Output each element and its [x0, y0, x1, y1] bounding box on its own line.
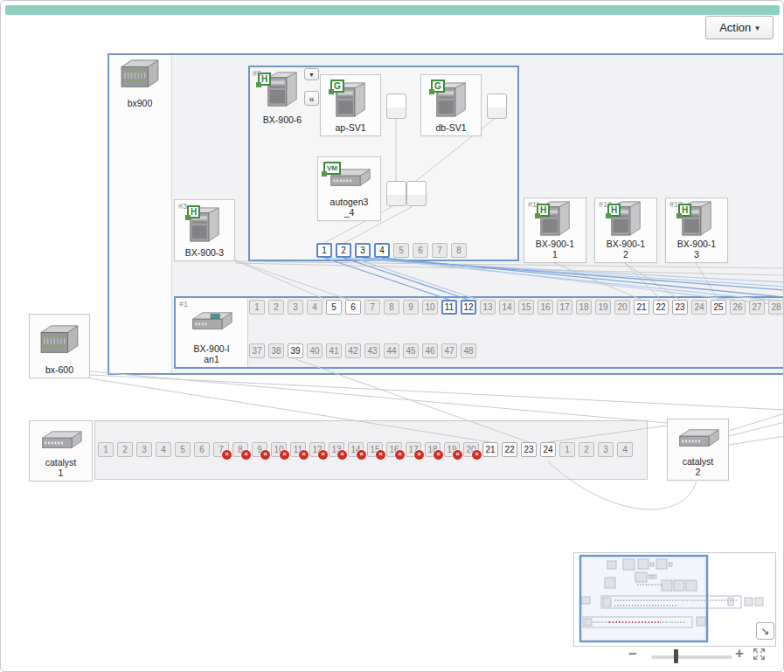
- port-1[interactable]: 1: [559, 442, 575, 457]
- port-3[interactable]: 3: [136, 442, 152, 457]
- port-27[interactable]: 27: [749, 300, 765, 315]
- zoom-slider[interactable]: [651, 655, 732, 659]
- port-5[interactable]: 5: [175, 442, 191, 457]
- device-bx-900-1-3[interactable]: #13 H BX-900-1 3: [665, 197, 728, 263]
- port-9[interactable]: 9: [403, 300, 419, 315]
- port-44[interactable]: 44: [384, 343, 399, 358]
- port-6[interactable]: 6: [194, 442, 210, 457]
- port-2[interactable]: 2: [579, 442, 594, 457]
- port-24[interactable]: 24: [691, 300, 707, 315]
- port-9[interactable]: 9×: [252, 442, 267, 457]
- vswitch-port-stub-1[interactable]: [386, 181, 406, 206]
- device-catalyst-2[interactable]: catalyst 2: [667, 419, 729, 481]
- port-4[interactable]: 4: [156, 442, 171, 457]
- port-1[interactable]: 1: [316, 243, 332, 258]
- port-8[interactable]: 8: [384, 300, 399, 315]
- port-14[interactable]: 14: [499, 300, 515, 315]
- port-38[interactable]: 38: [268, 343, 284, 358]
- port-13[interactable]: 13×: [329, 442, 344, 457]
- port-1[interactable]: 1: [249, 300, 265, 315]
- device-bx-600[interactable]: bx-600: [29, 314, 90, 378]
- device-ap-sv1[interactable]: G ap-SV1: [320, 74, 381, 136]
- port-2[interactable]: 2: [268, 300, 284, 315]
- port-23[interactable]: 23: [521, 442, 537, 457]
- port-21[interactable]: 21: [482, 442, 498, 457]
- port-48[interactable]: 48: [461, 343, 476, 358]
- port-26[interactable]: 26: [730, 300, 746, 315]
- port-43[interactable]: 43: [364, 343, 380, 358]
- port-6[interactable]: 6: [413, 243, 428, 258]
- port-13[interactable]: 13: [480, 300, 496, 315]
- port-10[interactable]: 10×: [271, 442, 287, 457]
- port-4[interactable]: 4: [617, 442, 633, 457]
- port-7[interactable]: 7: [364, 300, 380, 315]
- port-18[interactable]: 18×: [425, 442, 441, 457]
- port-46[interactable]: 46: [422, 343, 438, 358]
- port-5[interactable]: 5: [326, 300, 342, 315]
- port-2[interactable]: 2: [117, 442, 133, 457]
- port-21[interactable]: 21: [634, 300, 649, 315]
- port-11[interactable]: 11×: [290, 442, 306, 457]
- zoom-out-button[interactable]: −: [628, 646, 637, 663]
- port-5[interactable]: 5: [393, 243, 409, 258]
- port-28[interactable]: 28: [768, 300, 784, 315]
- port-3[interactable]: 3: [355, 243, 371, 258]
- port-10[interactable]: 10: [422, 300, 438, 315]
- device-bx-900-1-2[interactable]: #12 H BX-900-1 2: [594, 197, 657, 263]
- port-3[interactable]: 3: [288, 300, 303, 315]
- device-db-sv1[interactable]: G db-SV1: [420, 74, 482, 136]
- port-6[interactable]: 6: [345, 300, 361, 315]
- db-sv1-port-stub[interactable]: [487, 94, 507, 119]
- device-bx-900-3[interactable]: #3 H BX-900-3: [174, 199, 235, 261]
- port-15[interactable]: 15×: [367, 442, 383, 457]
- port-7[interactable]: 7: [432, 243, 448, 258]
- device-bx-900-1-1[interactable]: #11 H BX-900-1 1: [524, 197, 586, 263]
- port-14[interactable]: 14×: [348, 442, 364, 457]
- vswitch-port-stub-2[interactable]: [406, 181, 427, 206]
- port-22[interactable]: 22: [653, 300, 669, 315]
- port-3[interactable]: 3: [598, 442, 614, 457]
- zoom-in-button[interactable]: +: [735, 645, 744, 662]
- ap-sv1-port-stub[interactable]: [386, 94, 406, 119]
- port-8[interactable]: 8×: [232, 442, 248, 457]
- port-4[interactable]: 4: [374, 243, 390, 258]
- port-19[interactable]: 19: [595, 300, 611, 315]
- port-23[interactable]: 23: [672, 300, 688, 315]
- action-button[interactable]: Action ▾: [705, 16, 774, 39]
- minimap-expand-button[interactable]: ↘: [756, 622, 774, 640]
- port-45[interactable]: 45: [403, 343, 419, 358]
- port-42[interactable]: 42: [345, 343, 361, 358]
- group6-dropdown-button[interactable]: ▼: [304, 68, 319, 80]
- port-22[interactable]: 22: [502, 442, 517, 457]
- port-11[interactable]: 11: [441, 300, 457, 315]
- port-40[interactable]: 40: [307, 343, 323, 358]
- port-7[interactable]: 7×: [213, 442, 229, 457]
- port-24[interactable]: 24: [540, 442, 556, 457]
- port-12[interactable]: 12: [461, 300, 476, 315]
- port-17[interactable]: 17: [557, 300, 572, 315]
- port-20[interactable]: 20×: [463, 442, 479, 457]
- device-catalyst-1[interactable]: catalyst 1: [29, 420, 93, 481]
- port-39[interactable]: 39: [288, 343, 303, 358]
- port-16[interactable]: 16×: [386, 442, 402, 457]
- port-41[interactable]: 41: [326, 343, 342, 358]
- minimap-viewport[interactable]: [580, 556, 707, 641]
- port-19[interactable]: 19×: [444, 442, 460, 457]
- port-2[interactable]: 2: [336, 243, 351, 258]
- port-1[interactable]: 1: [98, 442, 114, 457]
- zoom-slider-handle[interactable]: [674, 649, 678, 663]
- group6-collapse-button[interactable]: «: [304, 91, 319, 106]
- device-autogen3-4[interactable]: VM autogen3 _4: [317, 156, 381, 221]
- port-37[interactable]: 37: [249, 343, 265, 358]
- port-12[interactable]: 12×: [309, 442, 325, 457]
- port-8[interactable]: 8: [451, 243, 467, 258]
- port-17[interactable]: 17×: [406, 442, 421, 457]
- port-20[interactable]: 20: [614, 300, 630, 315]
- port-47[interactable]: 47: [441, 343, 457, 358]
- port-16[interactable]: 16: [538, 300, 553, 315]
- port-18[interactable]: 18: [576, 300, 592, 315]
- port-25[interactable]: 25: [711, 300, 726, 315]
- port-4[interactable]: 4: [307, 300, 323, 315]
- device-bx900[interactable]: bx900: [108, 59, 172, 108]
- fit-view-button[interactable]: [753, 648, 766, 663]
